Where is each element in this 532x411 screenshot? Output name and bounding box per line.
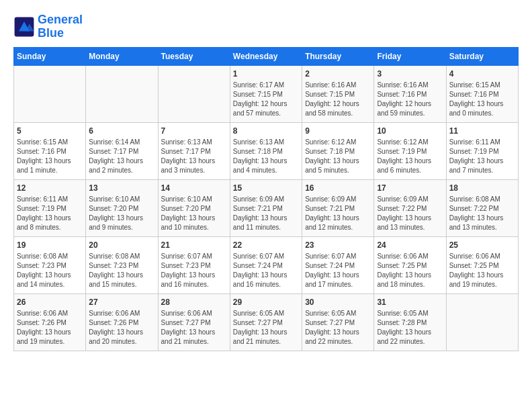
- calendar-week-row: 26Sunrise: 6:06 AM Sunset: 7:26 PM Dayli…: [14, 293, 519, 351]
- weekday-header-row: SundayMondayTuesdayWednesdayThursdayFrid…: [14, 47, 519, 65]
- calendar-week-row: 1Sunrise: 6:17 AM Sunset: 7:15 PM Daylig…: [14, 65, 519, 122]
- day-content: Sunrise: 6:09 AM Sunset: 7:21 PM Dayligh…: [305, 195, 371, 232]
- day-number: 31: [377, 297, 443, 308]
- day-number: 18: [449, 183, 515, 194]
- day-number: 25: [449, 240, 515, 251]
- weekday-header: Friday: [374, 47, 446, 65]
- day-content: Sunrise: 6:07 AM Sunset: 7:24 PM Dayligh…: [233, 252, 299, 289]
- day-content: Sunrise: 6:11 AM Sunset: 7:19 PM Dayligh…: [449, 138, 515, 175]
- day-number: 6: [89, 126, 154, 137]
- day-number: 28: [161, 297, 227, 308]
- calendar-week-row: 12Sunrise: 6:11 AM Sunset: 7:19 PM Dayli…: [14, 179, 519, 236]
- calendar-cell: 29Sunrise: 6:05 AM Sunset: 7:27 PM Dayli…: [230, 293, 302, 351]
- day-number: 3: [377, 68, 443, 80]
- day-content: Sunrise: 6:16 AM Sunset: 7:15 PM Dayligh…: [305, 81, 371, 118]
- calendar-cell: 19Sunrise: 6:08 AM Sunset: 7:23 PM Dayli…: [14, 236, 86, 293]
- calendar-cell: 13Sunrise: 6:10 AM Sunset: 7:20 PM Dayli…: [86, 179, 158, 236]
- calendar-cell: 15Sunrise: 6:09 AM Sunset: 7:21 PM Dayli…: [230, 179, 302, 236]
- day-content: Sunrise: 6:10 AM Sunset: 7:20 PM Dayligh…: [89, 195, 154, 232]
- day-number: 14: [161, 183, 227, 194]
- calendar-table: SundayMondayTuesdayWednesdayThursdayFrid…: [13, 47, 519, 351]
- day-number: 20: [89, 240, 154, 251]
- weekday-header: Tuesday: [158, 47, 230, 65]
- logo-text: General Blue: [38, 13, 83, 40]
- day-number: 17: [377, 183, 443, 194]
- calendar-cell: [14, 65, 86, 122]
- day-content: Sunrise: 6:16 AM Sunset: 7:16 PM Dayligh…: [377, 81, 443, 118]
- day-content: Sunrise: 6:06 AM Sunset: 7:26 PM Dayligh…: [17, 309, 83, 347]
- calendar-cell: 8Sunrise: 6:13 AM Sunset: 7:18 PM Daylig…: [230, 122, 302, 179]
- day-content: Sunrise: 6:12 AM Sunset: 7:19 PM Dayligh…: [377, 138, 443, 175]
- logo-icon: [13, 16, 35, 38]
- day-content: Sunrise: 6:05 AM Sunset: 7:27 PM Dayligh…: [233, 309, 299, 347]
- calendar-cell: 3Sunrise: 6:16 AM Sunset: 7:16 PM Daylig…: [374, 65, 446, 122]
- calendar-cell: 20Sunrise: 6:08 AM Sunset: 7:23 PM Dayli…: [86, 236, 158, 293]
- day-content: Sunrise: 6:08 AM Sunset: 7:22 PM Dayligh…: [449, 195, 515, 232]
- day-content: Sunrise: 6:07 AM Sunset: 7:23 PM Dayligh…: [161, 252, 227, 289]
- day-content: Sunrise: 6:15 AM Sunset: 7:16 PM Dayligh…: [449, 81, 515, 118]
- calendar-cell: 10Sunrise: 6:12 AM Sunset: 7:19 PM Dayli…: [374, 122, 446, 179]
- day-number: 12: [17, 183, 83, 194]
- calendar-cell: 17Sunrise: 6:09 AM Sunset: 7:22 PM Dayli…: [374, 179, 446, 236]
- day-content: Sunrise: 6:10 AM Sunset: 7:20 PM Dayligh…: [161, 195, 227, 232]
- calendar-cell: 18Sunrise: 6:08 AM Sunset: 7:22 PM Dayli…: [446, 179, 518, 236]
- day-number: 30: [305, 297, 371, 308]
- day-content: Sunrise: 6:11 AM Sunset: 7:19 PM Dayligh…: [17, 195, 83, 232]
- calendar-cell: 24Sunrise: 6:06 AM Sunset: 7:25 PM Dayli…: [374, 236, 446, 293]
- day-number: 2: [305, 68, 371, 80]
- weekday-header: Thursday: [302, 47, 374, 65]
- day-content: Sunrise: 6:13 AM Sunset: 7:17 PM Dayligh…: [161, 138, 227, 175]
- day-number: 23: [305, 240, 371, 251]
- day-content: Sunrise: 6:06 AM Sunset: 7:27 PM Dayligh…: [161, 309, 227, 347]
- calendar-cell: 22Sunrise: 6:07 AM Sunset: 7:24 PM Dayli…: [230, 236, 302, 293]
- calendar-cell: 9Sunrise: 6:12 AM Sunset: 7:18 PM Daylig…: [302, 122, 374, 179]
- day-number: 22: [233, 240, 299, 251]
- day-content: Sunrise: 6:14 AM Sunset: 7:17 PM Dayligh…: [89, 138, 154, 175]
- calendar-cell: 2Sunrise: 6:16 AM Sunset: 7:15 PM Daylig…: [302, 65, 374, 122]
- calendar-cell: 25Sunrise: 6:06 AM Sunset: 7:25 PM Dayli…: [446, 236, 518, 293]
- day-number: 10: [377, 126, 443, 137]
- weekday-header: Wednesday: [230, 47, 302, 65]
- weekday-header: Monday: [86, 47, 158, 65]
- calendar-cell: 11Sunrise: 6:11 AM Sunset: 7:19 PM Dayli…: [446, 122, 518, 179]
- calendar-cell: 26Sunrise: 6:06 AM Sunset: 7:26 PM Dayli…: [14, 293, 86, 351]
- day-content: Sunrise: 6:08 AM Sunset: 7:23 PM Dayligh…: [89, 252, 154, 289]
- calendar-cell: 12Sunrise: 6:11 AM Sunset: 7:19 PM Dayli…: [14, 179, 86, 236]
- day-number: 7: [161, 126, 227, 137]
- weekday-header: Saturday: [446, 47, 518, 65]
- calendar-cell: 23Sunrise: 6:07 AM Sunset: 7:24 PM Dayli…: [302, 236, 374, 293]
- calendar-cell: [158, 65, 230, 122]
- calendar-cell: 30Sunrise: 6:05 AM Sunset: 7:27 PM Dayli…: [302, 293, 374, 351]
- day-number: 26: [17, 297, 83, 308]
- calendar-cell: [446, 293, 518, 351]
- calendar-week-row: 19Sunrise: 6:08 AM Sunset: 7:23 PM Dayli…: [14, 236, 519, 293]
- calendar-cell: 6Sunrise: 6:14 AM Sunset: 7:17 PM Daylig…: [86, 122, 158, 179]
- calendar-cell: 31Sunrise: 6:05 AM Sunset: 7:28 PM Dayli…: [374, 293, 446, 351]
- day-number: 8: [233, 126, 299, 137]
- day-content: Sunrise: 6:06 AM Sunset: 7:25 PM Dayligh…: [377, 252, 443, 289]
- calendar-cell: 14Sunrise: 6:10 AM Sunset: 7:20 PM Dayli…: [158, 179, 230, 236]
- day-number: 11: [449, 126, 515, 137]
- weekday-header: Sunday: [14, 47, 86, 65]
- calendar-cell: 16Sunrise: 6:09 AM Sunset: 7:21 PM Dayli…: [302, 179, 374, 236]
- day-number: 4: [449, 68, 515, 80]
- calendar-cell: 21Sunrise: 6:07 AM Sunset: 7:23 PM Dayli…: [158, 236, 230, 293]
- day-number: 15: [233, 183, 299, 194]
- day-content: Sunrise: 6:15 AM Sunset: 7:16 PM Dayligh…: [17, 138, 83, 175]
- day-content: Sunrise: 6:12 AM Sunset: 7:18 PM Dayligh…: [305, 138, 371, 175]
- calendar-cell: 1Sunrise: 6:17 AM Sunset: 7:15 PM Daylig…: [230, 65, 302, 122]
- day-number: 13: [89, 183, 154, 194]
- day-content: Sunrise: 6:06 AM Sunset: 7:25 PM Dayligh…: [449, 252, 515, 289]
- calendar-cell: 27Sunrise: 6:06 AM Sunset: 7:26 PM Dayli…: [86, 293, 158, 351]
- day-content: Sunrise: 6:09 AM Sunset: 7:22 PM Dayligh…: [377, 195, 443, 232]
- logo: General Blue: [13, 13, 83, 40]
- day-content: Sunrise: 6:07 AM Sunset: 7:24 PM Dayligh…: [305, 252, 371, 289]
- day-number: 27: [89, 297, 154, 308]
- day-number: 1: [233, 68, 299, 80]
- day-content: Sunrise: 6:06 AM Sunset: 7:26 PM Dayligh…: [89, 309, 154, 347]
- calendar-cell: 7Sunrise: 6:13 AM Sunset: 7:17 PM Daylig…: [158, 122, 230, 179]
- day-number: 24: [377, 240, 443, 251]
- day-content: Sunrise: 6:08 AM Sunset: 7:23 PM Dayligh…: [17, 252, 83, 289]
- day-number: 21: [161, 240, 227, 251]
- calendar-week-row: 5Sunrise: 6:15 AM Sunset: 7:16 PM Daylig…: [14, 122, 519, 179]
